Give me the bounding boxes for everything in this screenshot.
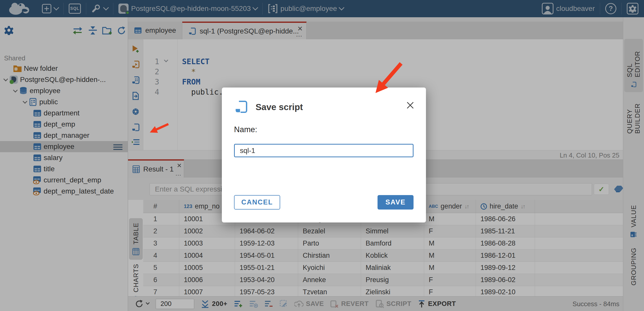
cancel-button[interactable]: CANCEL	[234, 195, 280, 210]
close-icon[interactable]	[406, 101, 415, 110]
save-button[interactable]: SAVE	[378, 195, 414, 210]
save-script-dialog: Save script Name: CANCEL SAVE	[222, 88, 426, 222]
name-label: Name:	[234, 125, 257, 134]
dialog-title: Save script	[256, 102, 303, 112]
script-name-input[interactable]	[234, 144, 414, 157]
sql-script-icon	[235, 100, 248, 114]
